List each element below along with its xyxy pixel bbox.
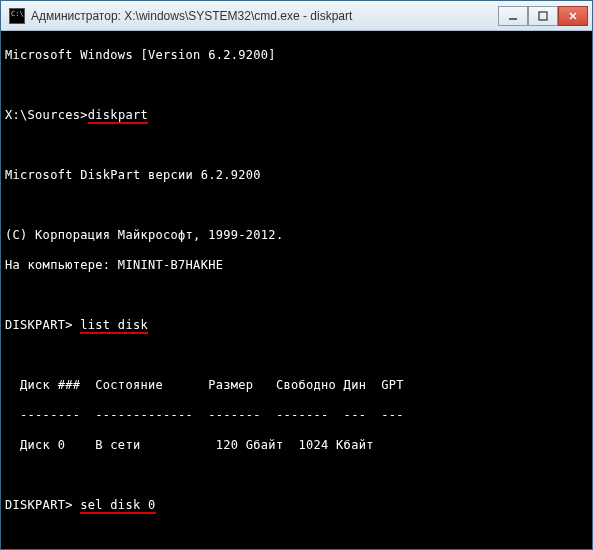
prompt-line: DISKPART> sel disk 0 xyxy=(5,498,588,513)
output-line xyxy=(5,348,588,363)
minimize-button[interactable] xyxy=(498,6,528,26)
output-line: (C) Корпорация Майкрософт, 1999-2012. xyxy=(5,228,588,243)
table-divider: -------- ------------- ------- ------- -… xyxy=(5,408,588,423)
prompt: X:\Sources> xyxy=(5,108,88,122)
titlebar[interactable]: Администратор: X:\windows\SYSTEM32\cmd.e… xyxy=(1,1,592,31)
window-title: Администратор: X:\windows\SYSTEM32\cmd.e… xyxy=(31,9,498,23)
svg-rect-1 xyxy=(539,12,547,20)
output-line xyxy=(5,78,588,93)
output-line: Microsoft DiskPart версии 6.2.9200 xyxy=(5,168,588,183)
cmd-icon xyxy=(9,8,25,24)
output-line: Microsoft Windows [Version 6.2.9200] xyxy=(5,48,588,63)
command: list disk xyxy=(80,318,148,334)
output-line xyxy=(5,528,588,543)
close-icon xyxy=(568,11,578,21)
output-line xyxy=(5,198,588,213)
table-header: Диск ### Состояние Размер Свободно Дин G… xyxy=(5,378,588,393)
cmd-window: Администратор: X:\windows\SYSTEM32\cmd.e… xyxy=(0,0,593,550)
window-controls xyxy=(498,6,588,26)
prompt: DISKPART> xyxy=(5,318,80,332)
close-button[interactable] xyxy=(558,6,588,26)
command: diskpart xyxy=(88,108,148,124)
prompt-line: DISKPART> list disk xyxy=(5,318,588,333)
maximize-icon xyxy=(538,11,548,21)
output-line xyxy=(5,138,588,153)
output-line: На компьютере: MININT-B7HAKHE xyxy=(5,258,588,273)
console-output[interactable]: Microsoft Windows [Version 6.2.9200] X:\… xyxy=(1,31,592,549)
output-line xyxy=(5,288,588,303)
prompt-line: X:\Sources>diskpart xyxy=(5,108,588,123)
minimize-icon xyxy=(508,11,518,21)
table-row: Диск 0 В сети 120 Gбайт 1024 Kбайт xyxy=(5,438,588,453)
output-line xyxy=(5,468,588,483)
command: sel disk 0 xyxy=(80,498,155,514)
maximize-button[interactable] xyxy=(528,6,558,26)
prompt: DISKPART> xyxy=(5,498,80,512)
